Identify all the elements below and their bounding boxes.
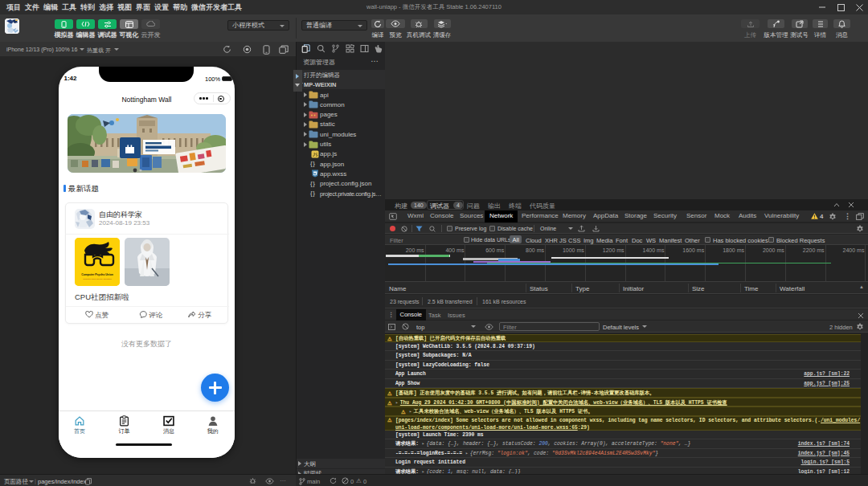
- svg-text:Computer Psycho Union: Computer Psycho Union: [81, 273, 113, 276]
- svg-text:Computer Union Interest Associ: Computer Union Interest Association: [83, 278, 112, 280]
